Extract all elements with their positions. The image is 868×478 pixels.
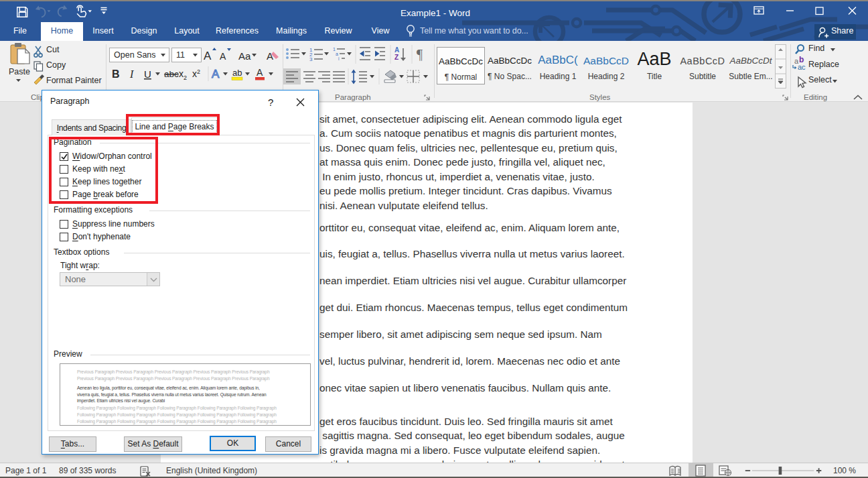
svg-text:B: B [112,68,120,80]
svg-text:Z: Z [394,54,399,61]
svg-text:x: x [192,68,197,79]
svg-text:A: A [220,51,226,62]
svg-text:?: ? [268,97,273,108]
svg-text:A: A [267,50,273,62]
svg-text:A: A [394,46,399,54]
svg-text:1: 1 [333,47,336,52]
svg-text:A: A [212,68,220,80]
svg-text:2: 2 [184,74,187,81]
svg-text:abc: abc [164,69,179,79]
svg-text:A: A [257,67,263,78]
svg-text:3: 3 [309,56,313,62]
svg-text:Aa: Aa [238,50,251,62]
svg-text:ac: ac [798,63,806,71]
svg-text:A: A [204,50,212,62]
svg-text:x: x [179,68,184,79]
svg-text:2: 2 [197,68,200,75]
svg-text:I: I [129,68,134,80]
svg-text:U: U [144,68,151,80]
svg-text:ab: ab [232,68,242,78]
svg-text:a: a [336,52,338,56]
svg-text:i: i [338,56,340,61]
svg-text:¶: ¶ [417,47,423,62]
